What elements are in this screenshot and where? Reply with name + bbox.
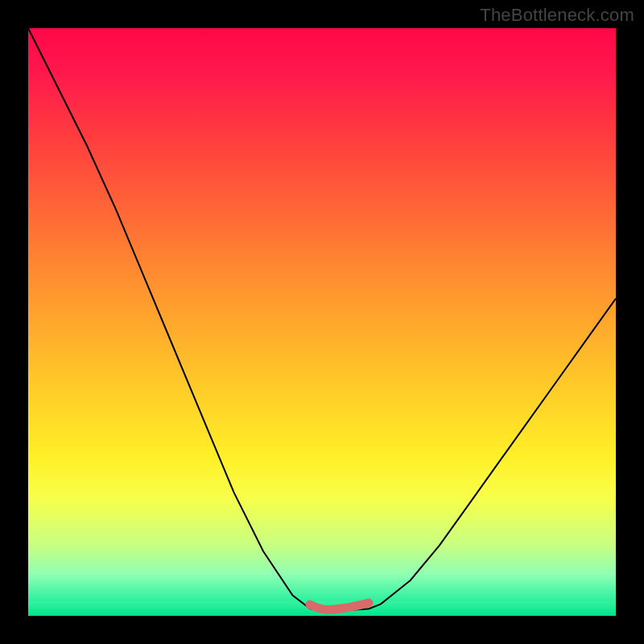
bottleneck-curve-path (28, 28, 616, 610)
chart-stage: TheBottleneck.com (0, 0, 644, 644)
chart-svg (28, 28, 616, 616)
plot-area (28, 28, 616, 616)
watermark-text: TheBottleneck.com (480, 5, 634, 26)
flat-highlight-path (310, 603, 369, 609)
